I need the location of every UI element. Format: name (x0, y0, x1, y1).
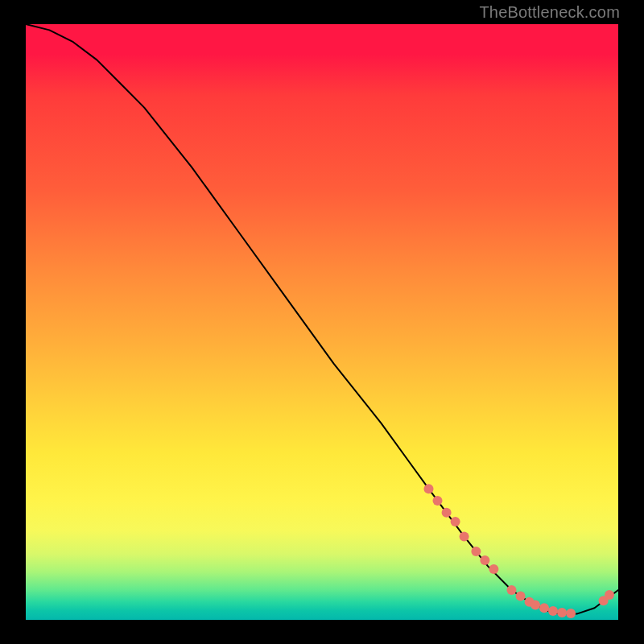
plot-gradient-background (26, 24, 618, 620)
watermark-label: TheBottleneck.com (479, 3, 620, 22)
chart-container: TheBottleneck.com (0, 0, 644, 644)
